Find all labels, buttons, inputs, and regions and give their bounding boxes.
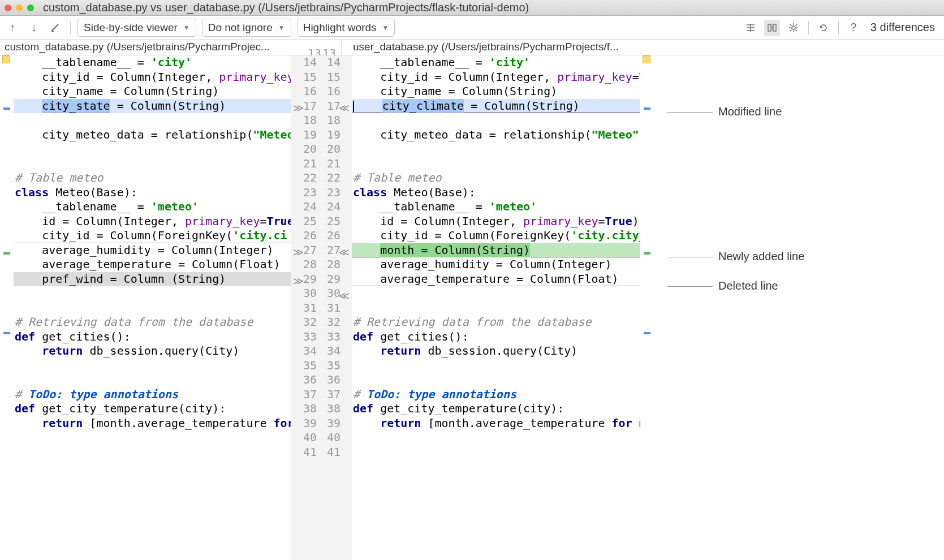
comment: #	[353, 387, 367, 401]
line-number: 14	[326, 55, 352, 70]
code-text: get_city_temperature(city):	[35, 402, 226, 415]
toolbar-divider	[808, 21, 809, 35]
line-number: 23	[326, 186, 352, 200]
apply-left-icon[interactable]: ≪	[339, 288, 350, 303]
line-number: 21	[326, 157, 352, 171]
toolbar-divider	[70, 21, 71, 35]
keyword: return	[353, 344, 421, 357]
todo-comment: ToDo: type annotations	[367, 387, 516, 401]
collapse-unchanged-icon[interactable]	[743, 20, 758, 36]
added-stripe[interactable]	[644, 252, 650, 255]
apply-right-icon[interactable]: ≫	[293, 101, 304, 115]
line-number: 15	[291, 70, 317, 85]
callout-line	[667, 257, 713, 257]
comment: #	[15, 387, 28, 401]
line-number: 16	[326, 84, 352, 99]
apply-left-icon[interactable]: ≪	[339, 101, 350, 115]
minimize-icon[interactable]	[16, 5, 23, 11]
line-number: 15	[326, 70, 352, 85]
line-number: 33	[326, 330, 352, 344]
keyword: def	[15, 330, 35, 343]
keyword: class	[15, 186, 49, 199]
settings-icon[interactable]	[786, 20, 801, 36]
toolbar: ↑ ↓ Side-by-side viewer ▼ Do not ignore …	[0, 16, 944, 40]
callout-modified: Modified line	[718, 105, 782, 118]
todo-comment: ToDo: type annotations	[28, 387, 178, 401]
deleted-word: pref_wind = Column (String)	[42, 272, 226, 286]
toolbar-divider	[838, 21, 839, 35]
warning-marker[interactable]	[643, 55, 650, 63]
code-pane-left[interactable]: class City(Base): __tablename__ = 'city'…	[14, 55, 291, 560]
apply-right-icon[interactable]: ≫	[293, 274, 304, 288]
keyword: def	[353, 330, 373, 343]
diff-count-label: 3 differences	[870, 21, 935, 34]
added-word: month = Column(String)	[380, 243, 530, 257]
highlight-mode-label: Highlight words	[303, 21, 377, 34]
next-diff-icon[interactable]: ↓	[26, 20, 42, 36]
close-icon[interactable]	[5, 5, 11, 11]
code-text: id = Column(Integer,	[15, 214, 185, 228]
code-text: )	[632, 214, 639, 228]
code-text: average_temperature = Column(Float)	[352, 272, 640, 287]
maximize-icon[interactable]	[27, 5, 34, 11]
gutter-left: 13 1415161718192021222324252627282930313…	[291, 55, 321, 560]
code-text	[14, 157, 291, 171]
refresh-icon[interactable]	[816, 20, 831, 36]
keyword: for	[612, 416, 632, 430]
line-number: 25	[291, 214, 317, 229]
line-number: 28	[326, 257, 352, 272]
argument: primary_key	[557, 70, 632, 84]
code-text: city_name = Column(String)	[352, 84, 640, 99]
line-number: 31	[291, 301, 317, 316]
line-number: 19	[291, 128, 317, 143]
line-number: 36	[291, 373, 317, 387]
viewer-mode-combo[interactable]: Side-by-side viewer ▼	[77, 19, 196, 37]
code-text: city_id = Column(ForeignKey(	[353, 229, 571, 242]
modified-stripe[interactable]	[3, 107, 10, 110]
line-number: 40	[291, 430, 317, 445]
code-text: = Column(String)	[110, 99, 226, 113]
line-number: 24	[291, 200, 317, 214]
modified-stripe[interactable]	[3, 332, 10, 334]
modified-stripe[interactable]	[644, 332, 650, 334]
line-number: 25	[326, 214, 352, 229]
chevron-down-icon: ▼	[183, 24, 190, 32]
code-text: id = Column(Integer,	[353, 214, 523, 228]
marker-column-left	[0, 55, 14, 560]
argument: primary_key	[185, 214, 260, 228]
code-text: =	[632, 70, 639, 84]
code-text	[14, 113, 291, 128]
code-text: get_cities():	[373, 330, 469, 343]
code-text: =	[598, 214, 605, 228]
warning-marker[interactable]	[2, 55, 10, 63]
line-number: 38	[291, 402, 317, 416]
line-number: 41	[326, 445, 352, 460]
highlight-mode-combo[interactable]: Highlight words ▼	[297, 19, 395, 37]
whitespace-mode-combo[interactable]: Do not ignore ▼	[202, 19, 291, 37]
code-text: [month.average_temperature	[83, 416, 273, 430]
code-text: city_meteo_data = relationship(	[15, 128, 253, 141]
keyword: def	[15, 402, 35, 415]
prev-diff-icon[interactable]: ↑	[5, 20, 20, 36]
code-text	[352, 157, 640, 171]
code-text: average_humidity = Column(Integer)	[14, 243, 291, 258]
apply-right-icon[interactable]: ≫	[293, 245, 304, 260]
comment: # Retrieving data from the database	[352, 315, 640, 330]
help-icon[interactable]: ?	[846, 20, 861, 36]
svg-rect-0	[768, 24, 771, 31]
sync-scroll-icon[interactable]	[764, 20, 780, 36]
line-number: 13	[291, 46, 321, 55]
apply-left-icon[interactable]: ≪	[339, 245, 350, 260]
code-text: db_session.query(City)	[421, 344, 577, 357]
string: 'city'	[151, 55, 192, 69]
added-stripe[interactable]	[3, 252, 10, 255]
code-text: =	[260, 214, 266, 228]
string: 'city.ci	[232, 229, 287, 242]
string: 'city'	[489, 55, 530, 69]
line-number: 37	[326, 387, 352, 402]
edit-icon[interactable]	[48, 20, 63, 36]
code-text	[352, 286, 640, 301]
code-pane-right[interactable]: class City(Base): __tablename__ = 'city'…	[352, 55, 640, 560]
modified-stripe[interactable]	[644, 107, 650, 110]
line-number: 38	[326, 402, 352, 416]
